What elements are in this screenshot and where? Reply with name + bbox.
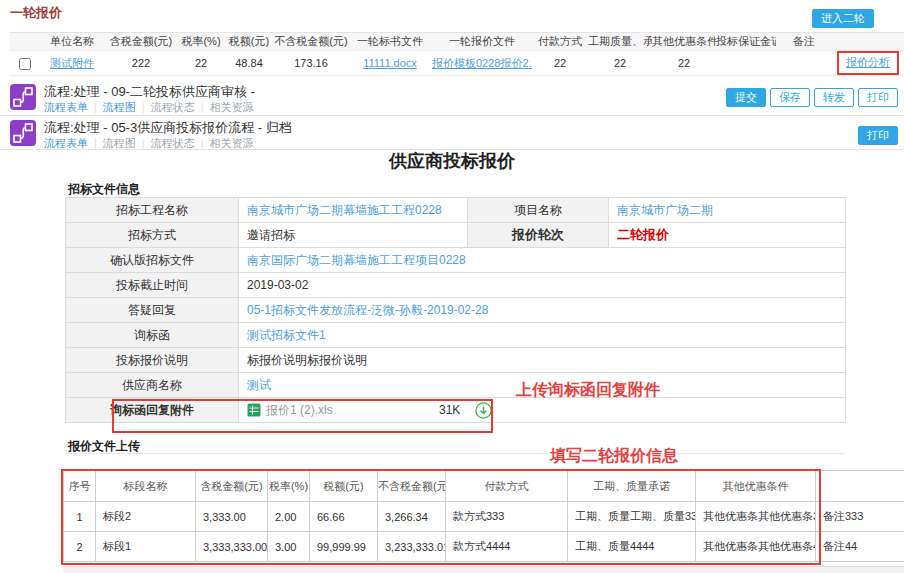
- row-checkbox[interactable]: [19, 58, 31, 70]
- cell-tax-rate: 3.00: [268, 532, 310, 562]
- section-divider: [65, 453, 845, 454]
- app-window: 一轮报价 进入二轮 单位名称 含税金额(元) 税率(%) 税额(元) 不含税金额…: [0, 0, 904, 573]
- col-unit-name: 单位名称: [40, 33, 104, 51]
- form-row: 投标截止时间 2019-03-02: [66, 273, 846, 298]
- table-row: 测试附件 222 22 48.84 173.16 11111.docx 报价模板…: [10, 51, 904, 76]
- field-label-quote-desc: 投标报价说明: [66, 348, 239, 373]
- cell-quality-promise: 工期、质量4444: [568, 532, 696, 562]
- form-row: 确认版招标文件 南京国际广场二期幕墙施工工程项目0228: [66, 248, 846, 273]
- select-all-header: [10, 33, 40, 51]
- confirm-file-link[interactable]: 南京国际广场二期幕墙施工工程项目0228: [247, 253, 466, 267]
- link-flow-status[interactable]: 流程状态: [151, 101, 195, 113]
- col-tax-included: 含税金额(元): [104, 33, 178, 51]
- clipped-next-row: [63, 566, 904, 573]
- bid-file-link[interactable]: 11111.docx: [363, 57, 417, 69]
- cell-tax-rate: 22: [178, 51, 224, 76]
- link-flow-form[interactable]: 流程表单: [44, 101, 88, 113]
- submit-button[interactable]: 提交: [726, 88, 766, 107]
- workflow-icon: [10, 84, 36, 110]
- cell-quality: 22: [588, 51, 652, 76]
- price-table-header-row: 序号 标段名称 含税金额(元) 税率(%) 税额(元) 不含税金额(元) 付款方…: [64, 471, 904, 502]
- cell-seq: 1: [64, 502, 96, 532]
- item-name-link[interactable]: 南京城市广场二期: [617, 203, 713, 217]
- field-label-method: 招标方式: [66, 223, 239, 248]
- inquiry-file-link[interactable]: 测试招标文件1: [247, 328, 326, 342]
- price-table-viewport: 序号 标段名称 含税金额(元) 税率(%) 税额(元) 不含税金额(元) 付款方…: [63, 470, 904, 565]
- col-tax-excluded: 不含税金额(元): [274, 33, 348, 51]
- table-row: 2 标段1 3,333,333.00 3.00 99,999.99 3,233,…: [64, 532, 904, 562]
- cell-remark: [776, 51, 832, 76]
- bid-method-value: 邀请招标: [239, 223, 468, 248]
- quote-desc-value: 标报价说明标报价说明: [239, 348, 846, 373]
- cell-tax-included: 3,333,333.00: [196, 532, 268, 562]
- link-flow-resources[interactable]: 相关资源: [210, 101, 254, 113]
- field-label-item: 项目名称: [468, 198, 609, 223]
- cell-tax-included: 3,333.00: [196, 502, 268, 532]
- col-remark: 备注: [776, 33, 832, 51]
- enter-round2-button[interactable]: 进入二轮: [812, 9, 874, 28]
- annotation-fill-round2: 填写二轮报价信息: [550, 446, 678, 467]
- quote-file-link[interactable]: 报价模板0228报价2.xls: [432, 57, 532, 69]
- workflow-icon: [10, 120, 36, 146]
- form-row: 询标函 测试招标文件1: [66, 323, 846, 348]
- form-row: 招标方式 邀请招标 报价轮次 二轮报价: [66, 223, 846, 248]
- link-flow-resources[interactable]: 相关资源: [210, 137, 254, 149]
- col-tax-rate: 税率(%): [178, 33, 224, 51]
- field-label-deadline: 投标截止时间: [66, 273, 239, 298]
- quote-analysis-highlight-box: 报价分析: [837, 51, 899, 75]
- print-button[interactable]: 打印: [858, 126, 898, 145]
- cell-section-name: 标段1: [96, 532, 196, 562]
- quote-table-header-row: 单位名称 含税金额(元) 税率(%) 税额(元) 不含税金额(元) 一轮标书文件…: [10, 33, 904, 51]
- form-row: 招标工程名称 南京城市广场二期幕墙施工工程0228 项目名称 南京城市广场二期: [66, 198, 846, 223]
- col-remark: 备注: [816, 471, 904, 502]
- deadline-value: 2019-03-02: [239, 273, 846, 298]
- field-label-attachment: 询标函回复附件: [66, 398, 239, 423]
- col-other-terms: 其他优惠条件: [696, 471, 816, 502]
- unit-name-link[interactable]: 测试附件: [50, 57, 94, 69]
- download-icon[interactable]: [475, 402, 492, 419]
- form-main-title: 供应商投标报价: [0, 149, 904, 173]
- link-flow-status[interactable]: 流程状态: [151, 137, 195, 149]
- cell-deposit: [716, 51, 776, 76]
- cell-payment: 22: [532, 51, 588, 76]
- project-name-link[interactable]: 南京城市广场二期幕墙施工工程0228: [247, 203, 442, 217]
- attachment-item: 报价1 (2).xls 31K: [247, 402, 837, 419]
- cell-tax-amount: 99,999.99: [310, 532, 378, 562]
- col-quality: 工期质量、承诺: [588, 33, 652, 51]
- cell-tax-included: 222: [104, 51, 178, 76]
- cell-section-name: 标段2: [96, 502, 196, 532]
- section-bid-doc-info: 招标文件信息: [68, 181, 140, 198]
- forward-button[interactable]: 转发: [814, 88, 854, 107]
- form-row: 投标报价说明 标报价说明标报价说明: [66, 348, 846, 373]
- cell-tax-amount: 48.84: [224, 51, 274, 76]
- col-action: [832, 33, 904, 51]
- col-other: 其他优惠条件: [652, 33, 716, 51]
- col-section-name: 标段名称: [96, 471, 196, 502]
- field-label-round: 报价轮次: [468, 223, 609, 248]
- link-flow-form[interactable]: 流程表单: [44, 137, 88, 149]
- workflow-title: 流程:处理 - 05-3供应商投标报价流程 - 归档: [44, 119, 292, 137]
- workflow-bar-archive: 流程:处理 - 05-3供应商投标报价流程 - 归档 流程表单|流程图|流程状态…: [0, 116, 904, 150]
- form-row: 供应商名称 测试: [66, 373, 846, 398]
- col-tax-rate: 税率(%): [268, 471, 310, 502]
- col-quote-file: 一轮报价文件: [432, 33, 532, 51]
- bid-info-form: 招标工程名称 南京城市广场二期幕墙施工工程0228 项目名称 南京城市广场二期 …: [65, 197, 846, 423]
- col-tax-amount: 税额(元): [310, 471, 378, 502]
- attachment-filename[interactable]: 报价1 (2).xls: [266, 402, 434, 419]
- save-button[interactable]: 保存: [770, 88, 810, 107]
- reply-flow-link[interactable]: 05-1招标文件发放流程-泛微-孙毅-2019-02-28: [247, 303, 488, 317]
- col-bid-file: 一轮标书文件: [348, 33, 432, 51]
- quote-analysis-link[interactable]: 报价分析: [846, 56, 890, 68]
- cell-other-terms: 其他优惠条其他优惠条333: [696, 502, 816, 532]
- field-label-reply: 答疑回复: [66, 298, 239, 323]
- link-flow-chart[interactable]: 流程图: [103, 137, 136, 149]
- cell-tax-excluded: 173.16: [274, 51, 348, 76]
- cell-tax-amount: 66.66: [310, 502, 378, 532]
- col-tax-included: 含税金额(元): [196, 471, 268, 502]
- supplier-name-link[interactable]: 测试: [247, 378, 271, 392]
- print-button[interactable]: 打印: [858, 88, 898, 107]
- cell-tax-excluded: 3,233,333.01: [378, 532, 446, 562]
- cell-remark: 备注44: [816, 532, 904, 562]
- link-flow-chart[interactable]: 流程图: [103, 101, 136, 113]
- col-quality-promise: 工期、质量承诺: [568, 471, 696, 502]
